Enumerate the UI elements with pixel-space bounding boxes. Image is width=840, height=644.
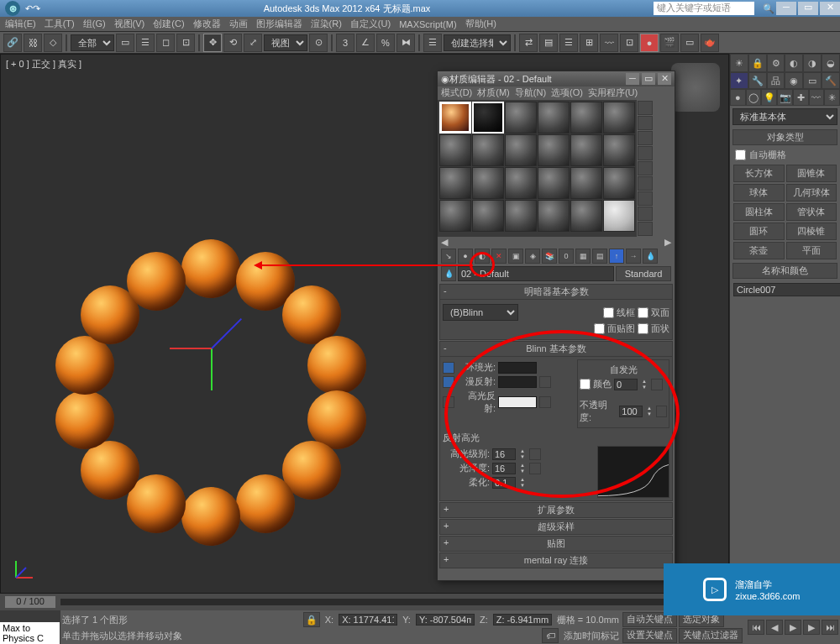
- angle-snap-icon[interactable]: ∠: [356, 34, 375, 52]
- minimize-button[interactable]: ─: [776, 2, 796, 15]
- render-fb-icon[interactable]: ▭: [680, 34, 699, 52]
- material-slot-1[interactable]: [439, 102, 471, 134]
- curve-editor-icon[interactable]: 〰: [600, 34, 618, 52]
- viewcube-icon[interactable]: [671, 63, 720, 112]
- menu-edit[interactable]: 编辑(E): [5, 18, 36, 30]
- obj-pyramid[interactable]: 四棱锥: [786, 223, 837, 240]
- background-icon[interactable]: [638, 131, 653, 145]
- make-preview-icon[interactable]: [638, 176, 653, 191]
- obj-box[interactable]: 长方体: [733, 165, 785, 182]
- menu-create[interactable]: 创建(C): [153, 18, 184, 30]
- cat-cameras-icon[interactable]: 📷: [777, 89, 793, 106]
- lock-icon[interactable]: 🔒: [748, 54, 767, 72]
- backlight-icon[interactable]: [638, 116, 653, 130]
- tab-motion[interactable]: ◉: [785, 72, 803, 89]
- rollout-mentalray[interactable]: mental ray 连接: [439, 552, 673, 568]
- menu-help[interactable]: 帮助(H): [465, 18, 496, 30]
- material-slot[interactable]: [505, 167, 537, 199]
- obj-geosphere[interactable]: 几何球体: [786, 184, 837, 202]
- spinner-icon[interactable]: ▲▼: [518, 448, 527, 460]
- goto-start-icon[interactable]: ⏮: [748, 620, 764, 635]
- cat-lights-icon[interactable]: 💡: [761, 89, 777, 106]
- spinner-icon[interactable]: ▲▼: [518, 463, 527, 474]
- pick-from-obj-icon[interactable]: 💧: [643, 249, 658, 264]
- gloss-map-button[interactable]: [529, 463, 541, 474]
- specular-map-button[interactable]: [539, 396, 551, 408]
- select-icon[interactable]: ▭: [116, 34, 134, 52]
- rollout-extended[interactable]: 扩展参数: [439, 502, 673, 518]
- coord-x-input[interactable]: [339, 614, 397, 626]
- material-editor-icon[interactable]: ●: [640, 34, 659, 52]
- close-button[interactable]: ✕: [820, 2, 840, 15]
- menu-animation[interactable]: 动画: [229, 18, 248, 30]
- obj-cylinder[interactable]: 圆柱体: [733, 203, 785, 221]
- material-slot-2[interactable]: [472, 102, 504, 134]
- material-slot[interactable]: [570, 134, 602, 166]
- reset-map-icon[interactable]: ✕: [491, 249, 507, 264]
- time-slider-thumb[interactable]: 0 / 100: [5, 596, 55, 608]
- rollout-shader-params[interactable]: 明暗器基本参数: [439, 284, 673, 300]
- coord-z-input[interactable]: [493, 614, 552, 626]
- menu-maxscript[interactable]: MAXScript(M): [399, 19, 456, 29]
- facemap-checkbox[interactable]: [594, 323, 605, 334]
- spec-level-input[interactable]: [492, 448, 516, 460]
- lock-sel-icon[interactable]: 🔒: [303, 612, 320, 627]
- time-tag-icon[interactable]: 🏷: [542, 628, 559, 643]
- shader-select[interactable]: (B)Blinn: [443, 304, 518, 321]
- material-slot[interactable]: [603, 102, 635, 134]
- put-to-lib-icon[interactable]: 📚: [542, 249, 557, 264]
- cat-helpers-icon[interactable]: ✚: [793, 89, 809, 106]
- qat-redo-icon[interactable]: ↷: [33, 3, 40, 14]
- obj-teapot[interactable]: 茶壶: [733, 242, 785, 259]
- si-map-button[interactable]: [651, 379, 663, 390]
- select-region-icon[interactable]: ◻: [156, 34, 175, 52]
- mini-curve-editor[interactable]: [0, 610, 60, 622]
- window-cross-icon[interactable]: ⊡: [176, 34, 195, 52]
- get-material-icon[interactable]: ↘: [441, 249, 456, 264]
- cat-shapes-icon[interactable]: ◯: [746, 89, 762, 106]
- tab-modify[interactable]: 🔧: [748, 72, 767, 89]
- ref-coord-select[interactable]: 视图: [264, 34, 307, 51]
- graphite-icon[interactable]: ⊞: [580, 34, 598, 52]
- scene-object-bracelet[interactable]: [43, 239, 379, 542]
- tab-utilities[interactable]: 🔨: [822, 72, 840, 89]
- material-slot[interactable]: [505, 200, 537, 232]
- scale-icon[interactable]: ⤢: [244, 34, 262, 52]
- options-icon[interactable]: [638, 191, 653, 206]
- material-slot[interactable]: [538, 200, 570, 232]
- schematic-icon[interactable]: ⊡: [620, 34, 638, 52]
- si-color-checkbox[interactable]: [580, 379, 591, 390]
- make-copy-icon[interactable]: ▣: [508, 249, 523, 264]
- subcategory-select[interactable]: 标准基本体: [732, 108, 837, 125]
- si-value-input[interactable]: [614, 379, 638, 390]
- viewport-label[interactable]: [ + 0 ] 正交 ] 真实 ]: [6, 58, 81, 71]
- material-slot[interactable]: [570, 200, 602, 232]
- mat-min-button[interactable]: ─: [626, 73, 639, 85]
- pick-icon[interactable]: 💧: [441, 266, 456, 281]
- mtl-id-icon[interactable]: 0: [559, 249, 574, 264]
- material-slot[interactable]: [570, 102, 602, 134]
- material-type-button[interactable]: Standard: [616, 266, 671, 281]
- mat-menu-material[interactable]: 材质(M): [477, 86, 510, 100]
- next-frame-icon[interactable]: ▶: [803, 620, 820, 635]
- put-to-scene-icon[interactable]: ●: [458, 249, 473, 264]
- obj-torus[interactable]: 圆环: [733, 223, 785, 240]
- scroll-right-icon[interactable]: ▶: [664, 237, 671, 248]
- spinner-snap-icon[interactable]: ⧓: [396, 34, 415, 52]
- unlink-icon[interactable]: ⛓: [24, 34, 42, 52]
- tool3-icon[interactable]: ◑: [803, 54, 822, 72]
- bind-icon[interactable]: ◇: [44, 34, 62, 52]
- show-map-icon[interactable]: ▦: [575, 249, 591, 264]
- menu-graph[interactable]: 图形编辑器: [256, 18, 302, 30]
- align-icon[interactable]: ▤: [539, 34, 558, 52]
- tool2-icon[interactable]: ◐: [785, 54, 803, 72]
- mat-max-button[interactable]: ▭: [642, 73, 655, 85]
- menu-tools[interactable]: 工具(T): [45, 18, 75, 30]
- render-icon[interactable]: 🫖: [701, 34, 719, 52]
- tool1-icon[interactable]: ⚙: [767, 54, 785, 72]
- material-slot[interactable]: [505, 102, 537, 134]
- sample-uv-icon[interactable]: [638, 146, 653, 160]
- select-name-icon[interactable]: ☰: [136, 34, 155, 52]
- mat-menu-util[interactable]: 实用程序(U): [588, 86, 638, 100]
- material-slot[interactable]: [538, 134, 570, 166]
